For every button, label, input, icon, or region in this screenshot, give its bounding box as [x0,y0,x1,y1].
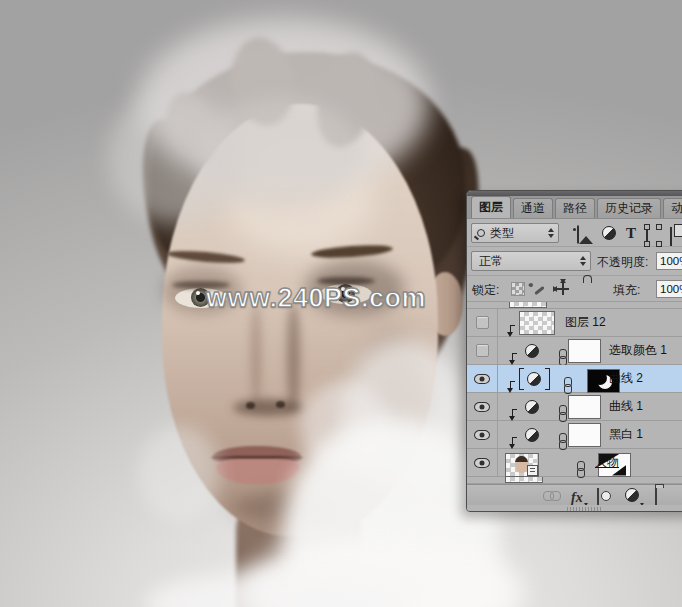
mask-link-icon[interactable] [563,377,572,393]
layer-name[interactable]: 人物 [595,454,619,471]
pixel-layer-filter-icon[interactable] [577,225,579,244]
blend-mode-value: 正常 [479,253,503,270]
tab-paths[interactable]: 路径 [555,198,595,218]
layer-style-icon[interactable]: fx [571,488,588,506]
mask-link-icon[interactable] [558,405,567,421]
layer-row[interactable]: 曲线 1 [467,393,682,421]
eye-icon [474,402,490,412]
adjustment-layer-icon[interactable] [525,400,539,414]
layer-mask-thumbnail[interactable] [568,339,601,363]
lock-label: 锁定: [472,282,499,299]
layer-row[interactable]: 选取颜色 1 [467,337,682,365]
mask-link-icon[interactable] [558,349,567,365]
adjustment-layer-filter-icon[interactable] [602,226,616,240]
filter-kind-label: 类型 [490,225,514,242]
eye-icon [474,374,490,384]
new-group-icon[interactable] [655,487,657,506]
layer-name[interactable]: 选取颜色 1 [609,342,667,359]
portrait-nostril-left [246,402,255,409]
tab-actions[interactable]: 动作 [663,198,682,218]
select-arrows-icon [580,256,586,266]
fill-label: 填充: [613,282,640,299]
layer-row[interactable]: 黑白 1 [467,421,682,449]
panel-bottom-toolbar: fx [467,484,682,505]
layer-thumbnail[interactable] [519,311,555,335]
smart-object-badge-icon [527,465,538,476]
layer-thumbnail-partial [505,477,543,483]
lock-fill-row: 锁定: 填充: 100% [467,276,682,302]
visibility-toggle[interactable] [467,421,498,448]
smoke-jaw-left [138,426,220,521]
filter-kind-select[interactable]: 类型 [471,223,559,243]
layer-row-partial-top [467,302,682,309]
portrait-nose-shadow-right [287,303,300,413]
tab-channels[interactable]: 通道 [513,198,553,218]
adjustment-layer-icon[interactable] [525,344,539,358]
portrait-nose-base [233,399,303,416]
layer-mask-thumbnail[interactable] [568,395,601,419]
eye-icon [474,458,490,468]
target-bracket-right [545,368,550,390]
visibility-toggle[interactable] [467,393,498,420]
eye-icon [474,430,490,440]
select-arrows-icon [548,228,554,238]
layers-panel: 图层 通道 路径 历史记录 动作 类型 T 正常 不透明度: [466,190,682,512]
portrait-nostril-right [276,401,285,408]
layer-name[interactable]: 曲线 2 [609,370,643,387]
layer-name[interactable]: 黑白 1 [609,426,643,443]
target-bracket-left [519,368,524,390]
clipping-mask-icon [507,380,517,393]
adjustment-layer-icon[interactable] [527,372,541,386]
layer-thumbnail[interactable] [505,453,539,477]
layer-row-selected[interactable]: 曲线 2 [467,365,682,393]
clipping-mask-icon [509,408,519,421]
tab-layers[interactable]: 图层 [471,196,511,218]
portrait-nose-shadow-left [251,303,261,408]
layer-list: 图层 12 选取颜色 1 曲线 2 [467,302,682,484]
photoshop-workspace: www.240PS.com 图层 通道 路径 历史记录 动作 类型 T [0,0,682,607]
portrait-eye-glint-left [196,291,200,295]
smoke-forehead [198,98,363,210]
blend-opacity-row: 正常 不透明度: 100% [467,247,682,276]
visibility-toggle[interactable] [467,309,498,336]
fill-input[interactable]: 100% [656,280,682,298]
mask-link-icon[interactable] [576,461,585,477]
opacity-label: 不透明度: [597,254,648,271]
layer-name[interactable]: 曲线 1 [609,398,643,415]
type-layer-filter-icon[interactable]: T [626,226,636,240]
smart-object-filter-icon[interactable] [670,227,672,246]
layer-filter-row: 类型 T [467,219,682,247]
visibility-toggle[interactable] [467,337,498,364]
layer-row[interactable]: 人物 [467,449,682,477]
clipping-mask-icon [507,324,517,337]
hidden-visibility-box [476,344,489,357]
adjustment-circle-icon [625,488,639,502]
layer-row[interactable]: 图层 12 [467,309,682,337]
layer-name[interactable]: 图层 12 [565,314,606,331]
mask-link-icon[interactable] [558,433,567,449]
lock-transparency-icon[interactable] [511,282,525,296]
tab-history[interactable]: 历史记录 [597,198,661,218]
search-icon [477,229,485,237]
layer-thumbnail-partial [509,302,547,308]
clipping-mask-icon [509,352,519,365]
clipping-mask-icon [509,436,519,449]
layer-row-partial-bottom [467,477,682,484]
shape-layer-filter-icon[interactable] [646,226,648,245]
layer-mask-thumbnail[interactable] [568,423,601,447]
opacity-input[interactable]: 100% [656,252,682,270]
panel-tab-bar: 图层 通道 路径 历史记录 动作 [467,196,682,219]
blend-mode-select[interactable]: 正常 [471,251,591,271]
visibility-toggle[interactable] [467,365,498,392]
hidden-visibility-box [476,316,489,329]
new-adjustment-layer-icon[interactable] [625,488,644,506]
visibility-toggle[interactable] [467,449,498,476]
adjustment-layer-icon[interactable] [525,428,539,442]
watermark: www.240PS.com [206,283,426,314]
panel-resize-handle[interactable] [467,505,682,512]
